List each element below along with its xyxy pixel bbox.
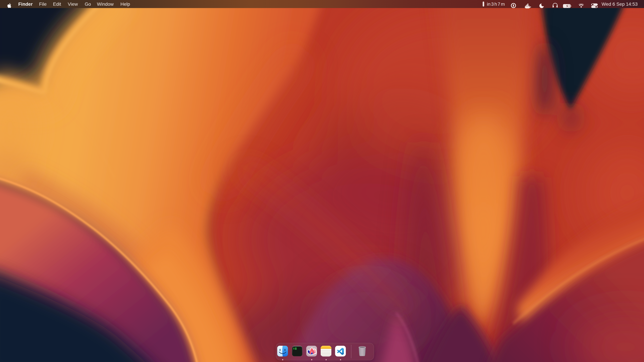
- svg-text:$: $: [293, 348, 295, 350]
